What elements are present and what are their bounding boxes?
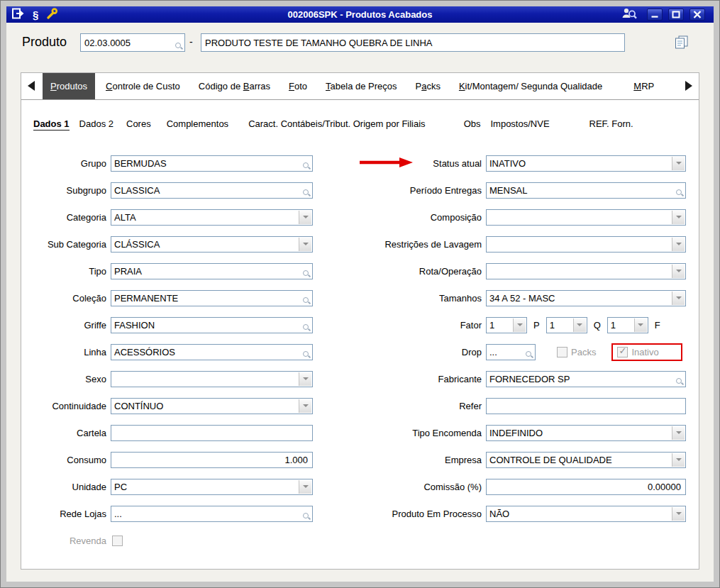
packs-checkbox[interactable] [557,347,567,357]
grupo-label: Grupo [22,158,111,169]
griffe-input[interactable]: FASHION [111,317,313,333]
dropdown-button[interactable] [672,157,685,170]
subtab-caract-contabeis[interactable]: Caract. Contábeis/Tribut. Origem por Fil… [248,118,426,129]
tab-tabela-de-precos[interactable]: Tabela de Preços [318,73,404,99]
revenda-checkbox[interactable] [112,536,123,546]
product-name-input[interactable]: PRODUTO TESTE DE TAMANHO QUEBRA DE LINHA [201,33,625,52]
composicao-select[interactable] [486,209,686,226]
rede-lojas-input[interactable]: ... [111,506,313,522]
fator-p-label: P [533,320,540,331]
tab-scroll-right-icon[interactable] [685,81,692,91]
drop-input[interactable]: ... [486,344,536,360]
tab-codigo-de-barras[interactable]: Código de Barras [191,73,278,99]
dropdown-button[interactable] [513,318,526,332]
refer-input[interactable] [486,398,686,414]
subtab-impostos-nve[interactable]: Impostos/NVE [490,118,549,129]
subtab-dados-1[interactable]: Dados 1 [33,118,70,131]
consumo-input[interactable]: 1.000 [111,452,313,468]
sub-categoria-select[interactable]: CLÁSSICA [111,236,313,253]
comissao-input[interactable]: 0.00000 [486,479,686,495]
form-left-column: Grupo BERMUDAS Subgrupo CLASSICA Categor… [22,150,319,554]
fabricante-input[interactable]: FORNECEDOR SP [486,371,686,387]
dropdown-button[interactable] [299,399,311,413]
tab-mrp[interactable]: MRP [626,73,662,99]
rota-operacao-select[interactable] [486,263,686,279]
product-code-input[interactable]: 02.03.0005 [80,33,185,52]
categoria-select[interactable]: ALTA [111,209,313,226]
row-periodo-entregas: Período Entregas MENSAL [384,177,690,204]
annotation-arrow [358,157,414,168]
dropdown-button[interactable] [672,426,685,440]
cartela-input[interactable] [111,425,313,441]
row-rede-lojas: Rede Lojas ... [22,500,319,527]
tab-packs[interactable]: Packs [408,73,448,99]
consumo-label: Consumo [22,455,111,465]
dropdown-button[interactable] [634,318,647,332]
fator-3-select[interactable]: 1 [607,317,648,333]
fator-2-select[interactable]: 1 [546,317,587,333]
minimize-button[interactable] [647,9,663,21]
tab-kit-montagem-segunda-qualidade[interactable]: Kit/Montagem/ Segunda Qualidade [451,73,610,99]
tipo-encomenda-select[interactable]: INDEFINIDO [486,425,686,441]
tab-controle-de-custo[interactable]: Controle de Custo [98,73,188,99]
row-drop: Drop ... Packs Inativo [384,338,690,365]
tab-produtos[interactable]: Produtos [43,73,95,99]
form-right-column: Status atual INATIVO Período Entregas ME… [384,150,690,527]
dropdown-button[interactable] [672,453,685,467]
chevron-down-icon [676,431,682,434]
continuidade-select[interactable]: CONTÍNUO [111,398,313,414]
dropdown-button[interactable] [672,238,685,251]
tab-foto[interactable]: Foto [281,73,315,99]
subtab-cores[interactable]: Cores [126,118,151,129]
grupo-input[interactable]: BERMUDAS [111,155,313,172]
magnifier-icon [303,189,311,197]
restricoes-lavagem-select[interactable] [486,236,686,253]
app-window: 002006SPK - Produtos Acabados Produto 02… [0,0,720,588]
dropdown-button[interactable] [672,507,685,521]
dropdown-button[interactable] [299,238,311,251]
produto-em-processo-select[interactable]: NÃO [486,506,686,522]
copy-icon[interactable] [675,35,689,49]
row-restricoes-lavagem: Restrições de Lavagem [384,231,690,257]
row-fator: Fator 1 P 1 Q 1 F [384,311,690,338]
periodo-entregas-input[interactable]: MENSAL [486,182,686,199]
row-rota-operacao: Rota/Operação [384,257,690,284]
dropdown-button[interactable] [299,480,311,494]
sexo-select[interactable] [111,371,313,387]
chevron-down-icon [517,323,523,326]
chevron-down-icon [303,404,309,407]
user-search-icon[interactable] [621,7,637,22]
magnifier-icon [303,162,311,170]
linha-input[interactable]: ACESSÓRIOS [111,344,313,360]
status-atual-select[interactable]: INATIVO [486,155,686,172]
subgrupo-input[interactable]: CLASSICA [111,182,313,199]
magnifier-icon [303,513,311,521]
tipo-input[interactable]: PRAIA [111,263,313,279]
dropdown-button[interactable] [672,265,685,278]
tamanhos-select[interactable]: 34 A 52 - MASC [486,290,686,306]
dropdown-button[interactable] [672,211,685,224]
dropdown-button[interactable] [299,372,311,386]
tab-scroll-left-icon[interactable] [28,81,35,91]
unidade-label: Unidade [22,482,111,492]
maximize-button[interactable] [668,9,684,21]
unidade-select[interactable]: PC [111,479,313,495]
empresa-select[interactable]: CONTROLE DE QUALIDADE [486,452,686,468]
dropdown-button[interactable] [672,292,685,305]
row-status-atual: Status atual INATIVO [384,150,690,177]
fator-1-select[interactable]: 1 [486,317,527,333]
close-button[interactable] [689,9,705,21]
dropdown-button[interactable] [299,211,311,224]
colecao-input[interactable]: PERMANENTE [111,290,313,306]
subgrupo-label: Subgrupo [22,185,111,196]
chevron-down-icon [638,323,643,326]
row-cartela: Cartela [22,419,319,446]
row-sexo: Sexo [22,365,319,392]
inativo-checkbox[interactable] [617,347,628,357]
subtab-ref-forn[interactable]: REF. Forn. [589,118,633,129]
subtab-obs[interactable]: Obs [464,118,481,129]
subtab-complementos[interactable]: Complementos [167,118,228,129]
dropdown-button[interactable] [573,318,586,332]
subtab-dados-2[interactable]: Dados 2 [79,118,113,129]
rota-operacao-label: Rota/Operação [384,266,486,277]
